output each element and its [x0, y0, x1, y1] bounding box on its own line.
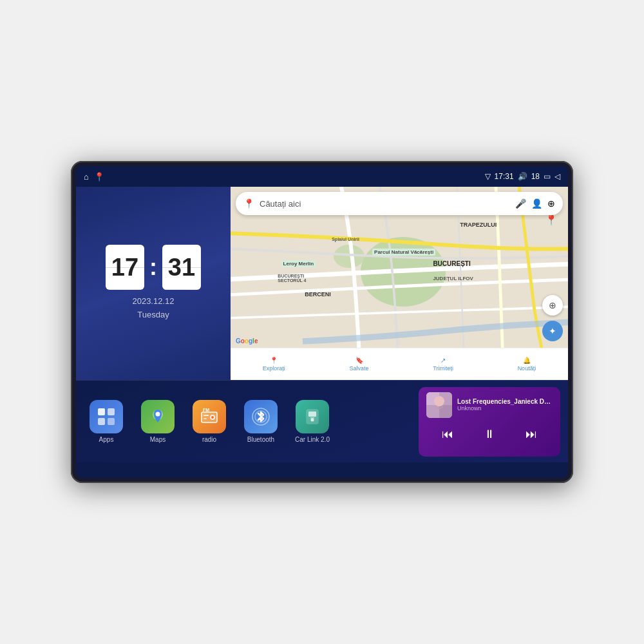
bottom-section: Apps Maps	[76, 380, 568, 462]
svg-point-20	[311, 419, 314, 422]
apps-row: Apps Maps	[84, 400, 419, 443]
google-logo: Google	[236, 337, 258, 345]
music-controls: ⏮ ⏸ ⏭	[426, 422, 553, 448]
share-icon: ↗	[440, 357, 446, 364]
maps-app-icon	[141, 400, 175, 433]
status-left: ⌂ 📍	[84, 172, 104, 182]
radio-icon: FM	[193, 400, 226, 433]
time-display: 17:31	[495, 172, 514, 181]
apps-label: Apps	[99, 436, 114, 443]
top-section: 17 : 31 2023.12.12 Tuesday	[76, 187, 568, 380]
map-compass[interactable]: ✦	[542, 321, 563, 341]
clock-minute: 31	[162, 245, 201, 290]
status-bar: ⌂ 📍 ▽ 17:31 🔊 18 ▭ ◁	[76, 166, 568, 187]
battery-icon: ▭	[544, 172, 551, 181]
map-panel[interactable]: TRAPEZULUI BUCUREȘTI JUDEȚUL ILFOV Parcu…	[231, 187, 568, 380]
maps-status-icon[interactable]: 📍	[94, 172, 104, 182]
saved-icon: 🔖	[355, 357, 363, 364]
map-search-bar[interactable]: 📍 Căutați aici 🎤 👤 ⊕	[236, 192, 563, 215]
clock-date: 2023.12.12 Tuesday	[132, 295, 174, 322]
svg-point-8	[156, 412, 160, 417]
map-nav-news[interactable]: 🔔 Noutăți	[518, 357, 536, 372]
map-nav-share[interactable]: ↗ Trimiteți	[433, 357, 453, 372]
clock-hour: 17	[106, 245, 144, 290]
device: ⌂ 📍 ▽ 17:31 🔊 18 ▭ ◁ 17 :	[71, 161, 573, 483]
carlink-label: Car Link 2.0	[295, 436, 330, 443]
music-player: Lost Frequencies_Janieck Devy-... Unknow…	[419, 387, 560, 457]
music-title: Lost Frequencies_Janieck Devy-...	[457, 398, 553, 405]
apps-icon	[90, 400, 123, 433]
bluetooth-label: Bluetooth	[247, 436, 274, 443]
app-item-apps[interactable]: Apps	[84, 400, 129, 443]
signal-strength: 18	[531, 172, 540, 181]
volume-icon: 🔊	[518, 172, 527, 181]
location-signal-icon: ▽	[485, 172, 491, 181]
map-pin-marker: 📍	[545, 214, 558, 226]
maps-label: Maps	[150, 436, 166, 443]
prev-button[interactable]: ⏮	[437, 424, 458, 445]
layers-icon[interactable]: ⊕	[547, 198, 555, 209]
next-button[interactable]: ⏭	[521, 424, 542, 445]
app-item-bluetooth[interactable]: Bluetooth	[238, 400, 283, 443]
music-thumbnail	[426, 392, 452, 418]
svg-rect-3	[98, 408, 105, 415]
music-top: Lost Frequencies_Janieck Devy-... Unknow…	[426, 392, 553, 418]
svg-rect-19	[308, 412, 316, 417]
share-label: Trimiteți	[433, 365, 453, 372]
svg-rect-13	[204, 415, 209, 416]
map-nav-explore[interactable]: 📍 Explorați	[263, 357, 285, 372]
clock-panel: 17 : 31 2023.12.12 Tuesday	[76, 187, 231, 380]
svg-point-24	[434, 396, 444, 406]
carlink-icon	[296, 400, 329, 433]
svg-rect-6	[108, 418, 115, 425]
map-locate-button[interactable]: ⊕	[542, 295, 563, 316]
svg-rect-23	[439, 405, 452, 418]
svg-text:FM: FM	[203, 408, 209, 412]
app-item-radio[interactable]: FM radio	[187, 400, 232, 443]
explore-label: Explorați	[263, 365, 285, 372]
bluetooth-app-icon	[244, 400, 278, 433]
map-bottom-bar: 📍 Explorați 🔖 Salvate ↗ Trimiteți 🔔	[231, 348, 568, 380]
explore-icon: 📍	[270, 357, 278, 364]
music-artist: Unknown	[457, 405, 553, 412]
map-search-text[interactable]: Căutați aici	[260, 199, 510, 209]
news-label: Noutăți	[518, 365, 536, 372]
status-right: ▽ 17:31 🔊 18 ▭ ◁	[485, 172, 560, 181]
screen: ⌂ 📍 ▽ 17:31 🔊 18 ▭ ◁ 17 :	[76, 166, 568, 478]
play-pause-button[interactable]: ⏸	[479, 424, 500, 445]
account-icon[interactable]: 👤	[531, 198, 542, 209]
app-item-maps[interactable]: Maps	[135, 400, 180, 443]
svg-rect-14	[204, 418, 207, 419]
svg-rect-5	[98, 418, 105, 425]
saved-label: Salvate	[350, 365, 369, 372]
svg-rect-4	[108, 408, 115, 415]
radio-label: radio	[202, 436, 216, 443]
mic-icon[interactable]: 🎤	[515, 198, 526, 209]
main-area: 17 : 31 2023.12.12 Tuesday	[76, 187, 568, 478]
back-icon[interactable]: ◁	[554, 172, 560, 181]
clock-colon: :	[149, 256, 157, 279]
app-item-carlink[interactable]: Car Link 2.0	[290, 400, 335, 443]
map-nav-saved[interactable]: 🔖 Salvate	[350, 357, 369, 372]
clock-display: 17 : 31	[106, 245, 201, 290]
news-icon: 🔔	[523, 357, 531, 364]
music-info: Lost Frequencies_Janieck Devy-... Unknow…	[457, 398, 553, 412]
map-search-icons: 🎤 👤 ⊕	[515, 198, 555, 209]
home-icon[interactable]: ⌂	[84, 172, 89, 182]
maps-search-pin-icon: 📍	[243, 198, 254, 209]
svg-point-12	[211, 416, 214, 419]
